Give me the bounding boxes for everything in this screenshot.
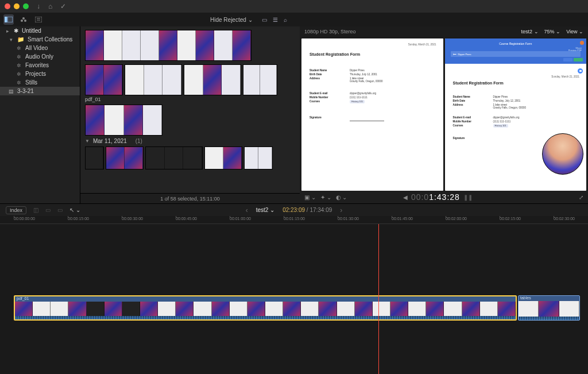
clip-thumbnail[interactable] xyxy=(85,146,104,169)
sidebar-item-favorites[interactable]: ✲Favorites xyxy=(0,61,80,70)
clip-thumbnail[interactable] xyxy=(243,64,277,95)
timeline-header: Index ◫ ▭ ▭ ↖ ⌄ ‹ test2 ⌄ 02:23:09 / 17:… xyxy=(0,203,588,216)
view-menu[interactable]: View ⌄ xyxy=(566,29,583,34)
browser-section-header[interactable]: ▼ Mar 11, 2021 (1) xyxy=(85,136,295,146)
library-row[interactable]: ▸✱Untitled xyxy=(0,26,80,35)
viewer-header: 1080p HD 30p, Stereo test2 ⌄ 75% ⌄ View … xyxy=(300,26,588,37)
svg-point-4 xyxy=(24,20,26,22)
fullscreen-icon[interactable]: ⤢ xyxy=(579,194,583,201)
clip-appearance-icon[interactable]: ▭ xyxy=(262,17,267,23)
browser-footer: 1 of 58 selected, 15:11:00 xyxy=(80,193,300,203)
clip-thumbnail[interactable] xyxy=(244,146,273,169)
svg-point-2 xyxy=(22,17,25,20)
photos-sidebar-toggle[interactable] xyxy=(18,14,29,25)
svg-rect-5 xyxy=(35,17,42,22)
svg-point-3 xyxy=(21,20,23,22)
timeline-duration: 17:34:09 xyxy=(310,207,332,213)
facetime-overlay xyxy=(542,133,583,175)
sidebar-item-all-video[interactable]: ✲All Video xyxy=(0,44,80,52)
close-window-icon[interactable] xyxy=(5,3,10,9)
clip-thumbnail[interactable] xyxy=(184,64,241,95)
timeline-ruler[interactable]: 00:00:00:00 00:00:15:00 00:00:30:00 00:0… xyxy=(0,216,588,224)
enhance-tool-icon[interactable]: ✦ ⌄ xyxy=(320,194,331,201)
toolbar: Hide Rejected ⌄ ▭ ☰ ⌕ xyxy=(0,13,588,26)
titles-sidebar-toggle[interactable] xyxy=(33,14,44,25)
timeline-index-button[interactable]: Index xyxy=(6,206,26,214)
timeline-clip-pdf01[interactable]: pdf_01 xyxy=(14,295,517,321)
maximize-window-icon[interactable] xyxy=(23,3,29,9)
transform-tool-icon[interactable]: ▣ ⌄ xyxy=(304,194,316,201)
titlebar: ↓ ⌂ ✓ xyxy=(0,0,588,13)
clip-thumbnail[interactable] xyxy=(204,146,242,169)
chat-icon xyxy=(578,68,583,74)
primary-storyline[interactable]: pdf_01 tables xyxy=(14,295,580,321)
viewer-timecode[interactable]: 00:01:43:28 xyxy=(411,192,460,202)
timeline-history-back-icon[interactable]: ‹ xyxy=(246,206,248,214)
arrow-tool-icon[interactable]: ↖ ⌄ xyxy=(69,207,80,213)
clip-thumbnail[interactable] xyxy=(85,105,163,136)
viewer: 1080p HD 30p, Stereo test2 ⌄ 75% ⌄ View … xyxy=(300,26,588,203)
avatar-icon xyxy=(580,41,584,45)
sidebar-item-projects[interactable]: ✲Projects xyxy=(0,70,80,78)
play-forward-icon[interactable]: ❚❚ xyxy=(463,194,473,201)
library-sidebar-toggle[interactable] xyxy=(3,14,14,25)
timeline-clip-tables[interactable]: tables xyxy=(518,295,580,321)
window-controls xyxy=(5,3,29,9)
svg-rect-1 xyxy=(7,17,13,22)
clip-thumbnail[interactable] xyxy=(125,64,182,95)
viewer-project-menu[interactable]: test2 ⌄ xyxy=(521,29,539,34)
list-view-icon[interactable]: ☰ xyxy=(273,17,278,23)
append-tool-icon[interactable]: ▭ xyxy=(57,207,63,213)
import-icon[interactable]: ↓ xyxy=(37,2,40,10)
sidebar-item-stills[interactable]: ✲Stills xyxy=(0,78,80,87)
sidebar-item-audio-only[interactable]: ✲Audio Only xyxy=(0,52,80,61)
filter-icon[interactable]: ⌕ xyxy=(284,17,287,23)
library-sidebar: ▸✱Untitled ▾📁Smart Collections ✲All Vide… xyxy=(0,26,80,203)
clip-thumbnail[interactable] xyxy=(85,30,252,61)
play-backward-icon[interactable]: ◀ xyxy=(403,194,408,201)
clip-thumbnail[interactable] xyxy=(145,146,203,169)
hide-rejected-menu[interactable]: Hide Rejected ⌄ xyxy=(207,16,256,24)
clip-thumbnail[interactable] xyxy=(85,64,123,95)
minimize-window-icon[interactable] xyxy=(14,3,20,9)
svg-rect-0 xyxy=(5,17,7,22)
connect-tool-icon[interactable]: ◫ xyxy=(33,207,38,213)
retime-tool-icon[interactable]: ◐ ⌄ xyxy=(336,194,347,201)
viewer-canvas[interactable]: Sunday, March 21, 2021 Student Registrat… xyxy=(300,37,588,191)
zoom-menu[interactable]: 75% ⌄ xyxy=(544,29,561,34)
viewer-format-label: 1080p HD 30p, Stereo xyxy=(304,29,356,34)
timeline-history-fwd-icon[interactable]: › xyxy=(340,206,342,214)
sidebar-event-row[interactable]: ▤3-3-21 xyxy=(0,87,80,95)
timeline-project-menu[interactable]: test2 ⌄ xyxy=(256,207,274,213)
background-tasks-icon[interactable]: ✓ xyxy=(60,2,66,10)
keyword-icon[interactable]: ⌂ xyxy=(48,2,52,10)
viewer-controls: ▣ ⌄ ✦ ⌄ ◐ ⌄ ◀ 00:01:43:28 ❚❚ ⤢ xyxy=(300,191,588,203)
timeline-position: 02:23:09 xyxy=(283,207,305,213)
clip-browser[interactable]: pdf_01 ▼ Mar 11, 2021 (1) 1 of 58 select… xyxy=(80,26,300,203)
timeline[interactable]: pdf_01 tables xyxy=(0,224,588,374)
smart-collections-row[interactable]: ▾📁Smart Collections xyxy=(0,35,80,44)
insert-tool-icon[interactable]: ▭ xyxy=(45,207,51,213)
playhead[interactable] xyxy=(378,224,379,374)
clip-thumbnail[interactable] xyxy=(106,146,144,169)
preview-page-left: Sunday, March 21, 2021 Student Registrat… xyxy=(301,38,443,191)
clip-label: pdf_01 xyxy=(85,97,295,102)
